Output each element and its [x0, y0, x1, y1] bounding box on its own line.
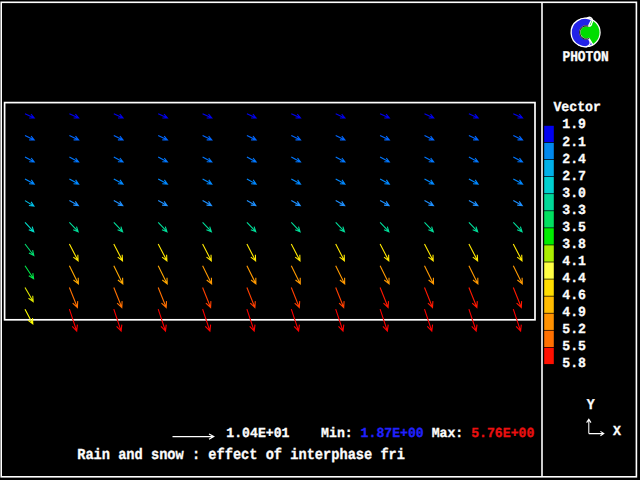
svg-text:5.5: 5.5 [562, 339, 586, 355]
svg-text:5.2: 5.2 [562, 322, 586, 338]
svg-text:2.1: 2.1 [562, 134, 586, 150]
svg-text:4.6: 4.6 [562, 288, 586, 304]
svg-text:1.87E+00: 1.87E+00 [361, 426, 424, 442]
svg-text:3.3: 3.3 [562, 202, 586, 218]
svg-text:Y: Y [587, 397, 595, 414]
svg-text:Min:: Min: [321, 426, 353, 442]
svg-text:Rain and snow : effect of inte: Rain and snow : effect of interphase fri [77, 447, 405, 465]
svg-text:Max:: Max: [432, 426, 464, 442]
svg-text:PHOTON: PHOTON [562, 48, 608, 65]
svg-text:1.04E+01: 1.04E+01 [226, 426, 289, 442]
svg-text:3.8: 3.8 [562, 236, 586, 252]
svg-text:4.4: 4.4 [562, 271, 586, 287]
svg-text:1.9: 1.9 [562, 117, 586, 133]
svg-text:2.7: 2.7 [562, 168, 586, 184]
svg-text:5.76E+00: 5.76E+00 [471, 426, 534, 442]
svg-text:5.8: 5.8 [562, 356, 586, 372]
svg-text:3.5: 3.5 [562, 219, 586, 235]
svg-text:4.9: 4.9 [562, 305, 586, 321]
svg-text:4.1: 4.1 [562, 254, 586, 270]
svg-text:2.4: 2.4 [562, 151, 586, 167]
svg-text:X: X [613, 424, 621, 440]
svg-text:Vector: Vector [553, 100, 600, 116]
svg-text:3.0: 3.0 [562, 185, 586, 201]
